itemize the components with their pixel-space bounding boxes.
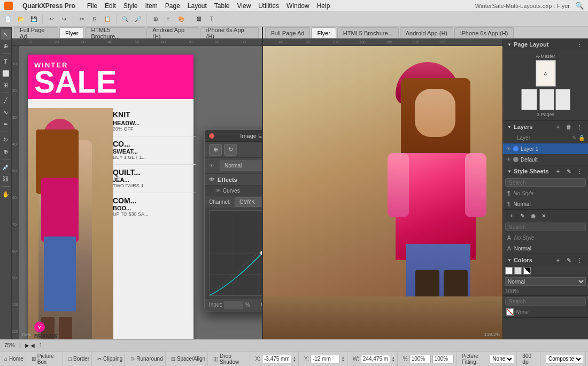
link-tool[interactable]: ⛓ (1, 173, 11, 184)
x-spinner[interactable]: ▲▼ (293, 356, 296, 362)
image-button[interactable]: 🖼 (193, 13, 205, 25)
layers-row-2[interactable]: 👁 Default (503, 154, 588, 165)
copy-button[interactable]: ⎘ (89, 13, 100, 25)
new-button[interactable]: 📄 (2, 13, 14, 25)
home-label[interactable]: Home (9, 356, 24, 362)
ss-add-btn-2[interactable]: + (507, 211, 516, 220)
crop-tool-button[interactable]: ⊕ (209, 144, 222, 156)
scale-h-input[interactable] (432, 355, 454, 363)
dialog-titlebar[interactable]: Image Editing ⋮ (205, 130, 263, 142)
item-tool[interactable]: ⊕ (1, 41, 11, 51)
open-button[interactable]: 📂 (15, 13, 27, 25)
search-icon[interactable]: 🔍 (575, 2, 584, 10)
normal-style-2[interactable]: Normal (514, 246, 531, 251)
scale-w-input[interactable] (409, 355, 431, 363)
menu-page[interactable]: Page (165, 2, 180, 10)
style-sheets-search-input-1[interactable] (505, 178, 586, 187)
text-button[interactable]: T (206, 13, 218, 25)
tab-full-page-ad-left[interactable]: Full Page Ad (14, 27, 58, 38)
clipping-label[interactable]: Clipping (103, 356, 122, 362)
style-sheets-header-2[interactable]: + ✎ ◉ ✕ (503, 210, 588, 222)
colors-search-input[interactable] (505, 297, 586, 306)
dialog-close-button[interactable] (209, 133, 214, 139)
no-style-1[interactable]: No Style (513, 190, 533, 196)
menu-help[interactable]: Help (317, 2, 330, 10)
ss-delete-btn-2[interactable]: ✕ (539, 211, 548, 220)
menu-style[interactable]: Style (123, 2, 138, 10)
tab-html5-left[interactable]: HTML5 Brochure... (85, 27, 145, 38)
eye-icon-dialog[interactable]: 👁 (209, 162, 218, 170)
ss-more-btn-1[interactable]: ⋮ (575, 167, 584, 176)
colors-edit-btn[interactable]: ✎ (564, 256, 573, 264)
a-master-thumb[interactable]: A (536, 60, 556, 87)
colors-add-btn[interactable]: + (554, 256, 562, 264)
no-style-2[interactable]: No Style (514, 235, 535, 241)
tab-android-right[interactable]: Android App (H) (400, 27, 453, 38)
tab-iphone-right[interactable]: iPhone 6s App (H) (454, 27, 514, 38)
y-input[interactable] (311, 355, 340, 363)
zoom-out-button[interactable]: 🔎 (132, 13, 144, 25)
page-layout-header[interactable]: ▼ Page Layout ⋮ (503, 39, 588, 50)
space-align-label[interactable]: Space/Align (177, 356, 205, 362)
input-field[interactable] (225, 301, 243, 309)
view-hand-tool[interactable]: ✋ (1, 189, 11, 200)
menu-utilities[interactable]: Utilities (258, 2, 279, 10)
text-box-tool[interactable]: T (1, 56, 11, 67)
tab-html5-right[interactable]: HTML5 Brochure... (337, 27, 399, 38)
tab-flyer-left[interactable]: Flyer (59, 27, 84, 38)
align-button[interactable]: ≡ (163, 13, 174, 25)
redo-button[interactable]: ↪ (58, 13, 70, 25)
paste-button[interactable]: 📋 (102, 13, 113, 25)
page-thumb-1[interactable] (521, 89, 537, 110)
picture-fitting-select[interactable]: None (490, 355, 514, 363)
save-button[interactable]: 💾 (28, 13, 40, 25)
tab-full-page-ad-right[interactable]: Full Page Ad (265, 27, 310, 38)
style-sheets-header-1[interactable]: ▼ Style Sheets + ✎ ⋮ (503, 165, 588, 177)
curves-graph-area[interactable] (205, 208, 263, 298)
picture-box-tool[interactable]: ⬜ (1, 68, 11, 79)
home-icon[interactable]: ⌂ (4, 356, 7, 362)
color-blend-btn[interactable] (523, 267, 531, 274)
w-spinner[interactable]: ▲▼ (392, 356, 395, 362)
style-sheets-search-input-2[interactable] (505, 223, 586, 231)
layers-more-btn[interactable]: ⋮ (575, 123, 584, 131)
y-spinner[interactable]: ▲▼ (342, 356, 345, 362)
tab-android-left[interactable]: Android App (H) (146, 27, 199, 38)
menu-file[interactable]: File (87, 2, 97, 10)
ss-add-btn-1[interactable]: + (554, 167, 562, 176)
color-tint-btn[interactable] (514, 267, 522, 274)
picture-box-label[interactable]: Picture Box (37, 353, 60, 365)
x-input[interactable] (262, 355, 291, 363)
undo-button[interactable]: ↩ (45, 13, 57, 25)
menu-window[interactable]: Window (287, 2, 310, 10)
bezier-tool[interactable]: ∿ (1, 107, 11, 118)
line-tool[interactable]: ╱ (1, 95, 11, 106)
colors-more-btn[interactable]: ⋮ (575, 256, 584, 264)
color-model-btn[interactable] (505, 267, 513, 274)
curves-eye-icon[interactable]: 👁 (215, 188, 221, 194)
page-thumb-3[interactable] (555, 89, 570, 110)
menu-table[interactable]: Table (214, 2, 230, 10)
menu-edit[interactable]: Edit (105, 2, 116, 10)
zoom-in-button[interactable]: 🔍 (119, 13, 131, 25)
page-thumb-2[interactable] (539, 89, 554, 110)
blend-mode-select[interactable]: Normal Multiply Screen (220, 161, 263, 171)
layers-add-btn[interactable]: + (554, 123, 562, 131)
colors-header[interactable]: ▼ Colors + ✎ ⋮ (503, 254, 588, 266)
ss-edit-btn-2[interactable]: ✎ (518, 211, 527, 220)
color-row-none[interactable]: None (503, 307, 588, 317)
rotate-image-button[interactable]: ↻ (224, 144, 237, 156)
layers-header[interactable]: ▼ Layers + 🗑 ⋮ (503, 121, 588, 133)
colors-blend-select[interactable]: Normal (505, 277, 586, 286)
tab-iphone-left[interactable]: iPhone 6s App (H) (200, 27, 259, 38)
composite-select[interactable]: Composite (546, 355, 583, 363)
page-layout-more[interactable]: ⋮ (575, 40, 584, 49)
select-tool[interactable]: ↖ (1, 29, 11, 40)
flyer-document[interactable]: WINTER SALE (28, 55, 194, 339)
layers-delete-btn[interactable]: 🗑 (564, 123, 573, 131)
menu-item[interactable]: Item (145, 2, 157, 10)
normal-style-1[interactable]: Normal (513, 201, 530, 207)
channel-select[interactable]: CMYK RGB Cyan Magenta Yellow Key (235, 197, 263, 207)
layer-2-eye[interactable]: 👁 (506, 157, 511, 162)
tab-flyer-right[interactable]: Flyer (311, 27, 336, 38)
